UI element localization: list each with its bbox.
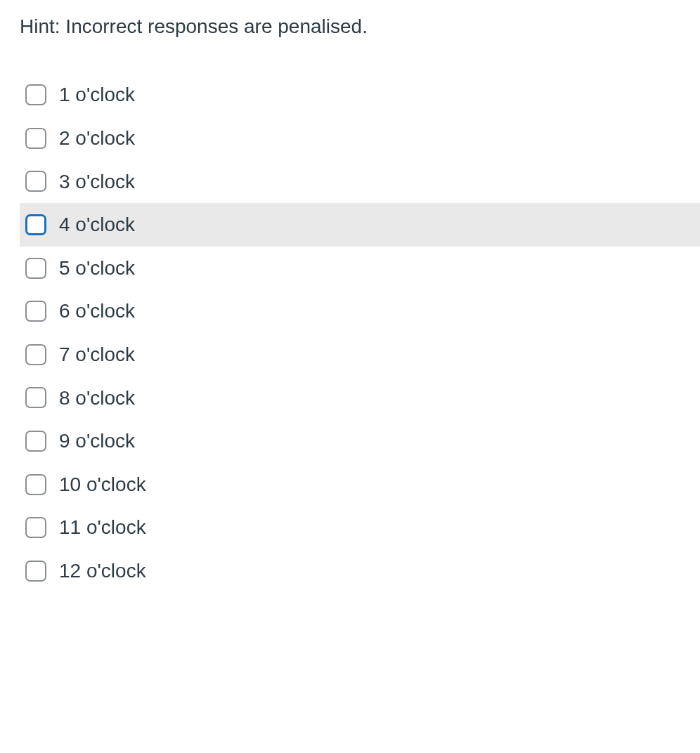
option-label: 11 o'clock	[59, 516, 146, 539]
checkbox[interactable]	[25, 171, 46, 192]
checkbox[interactable]	[25, 474, 46, 495]
option-row[interactable]: 7 o'clock	[20, 333, 700, 376]
checkbox[interactable]	[25, 84, 46, 105]
checkbox[interactable]	[25, 344, 46, 365]
option-row[interactable]: 3 o'clock	[20, 160, 700, 204]
option-row[interactable]: 12 o'clock	[20, 549, 700, 593]
option-label: 9 o'clock	[59, 429, 135, 453]
checkbox[interactable]	[25, 128, 46, 149]
hint-text: Hint: Incorrect responses are penalised.	[20, 14, 700, 39]
option-row[interactable]: 10 o'clock	[20, 463, 700, 506]
options-list: 1 o'clock2 o'clock3 o'clock4 o'clock5 o'…	[20, 73, 700, 592]
option-label: 4 o'clock	[59, 213, 135, 237]
checkbox[interactable]	[25, 258, 46, 279]
option-label: 3 o'clock	[59, 170, 135, 194]
option-label: 1 o'clock	[59, 83, 135, 107]
option-label: 6 o'clock	[59, 299, 135, 323]
checkbox[interactable]	[25, 431, 46, 452]
option-row[interactable]: 4 o'clock	[20, 203, 700, 247]
checkbox[interactable]	[25, 301, 46, 322]
option-label: 5 o'clock	[59, 256, 135, 280]
option-row[interactable]: 5 o'clock	[20, 247, 700, 290]
option-row[interactable]: 1 o'clock	[20, 73, 700, 117]
option-label: 12 o'clock	[59, 559, 146, 583]
option-label: 8 o'clock	[59, 386, 135, 410]
option-label: 7 o'clock	[59, 343, 135, 367]
option-row[interactable]: 8 o'clock	[20, 376, 700, 420]
option-label: 10 o'clock	[59, 473, 146, 497]
question-container: Hint: Incorrect responses are penalised.…	[0, 0, 700, 607]
option-row[interactable]: 9 o'clock	[20, 419, 700, 463]
option-row[interactable]: 2 o'clock	[20, 117, 700, 160]
checkbox[interactable]	[25, 561, 46, 582]
checkbox[interactable]	[25, 387, 46, 408]
option-row[interactable]: 6 o'clock	[20, 289, 700, 333]
option-row[interactable]: 11 o'clock	[20, 506, 700, 549]
option-label: 2 o'clock	[59, 126, 135, 150]
checkbox[interactable]	[25, 214, 46, 235]
checkbox[interactable]	[25, 517, 46, 538]
